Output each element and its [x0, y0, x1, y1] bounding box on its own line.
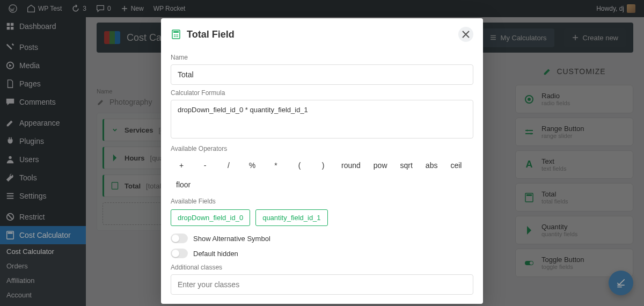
- op-round[interactable]: round: [336, 157, 366, 174]
- op-rparen[interactable]: ): [312, 157, 334, 174]
- formula-input[interactable]: [171, 100, 473, 139]
- op-pow[interactable]: pow: [368, 157, 393, 174]
- op-ceil[interactable]: ceil: [445, 157, 467, 174]
- op-plus[interactable]: +: [171, 157, 192, 174]
- svg-point-26: [174, 34, 175, 35]
- op-minus[interactable]: -: [194, 157, 216, 174]
- fields-row: dropDown_field_id_0 quantity_field_id_1: [171, 209, 473, 226]
- svg-point-28: [177, 34, 178, 35]
- op-abs[interactable]: abs: [420, 157, 443, 174]
- classes-input[interactable]: [171, 274, 473, 295]
- total-field-modal: Total Field Name Calculator Formula Avai…: [161, 18, 483, 304]
- name-label: Name: [171, 54, 473, 61]
- calculator-icon: [171, 29, 181, 40]
- field-chip-quantity[interactable]: quantity_field_id_1: [255, 209, 327, 226]
- svg-point-30: [175, 36, 177, 37]
- fields-label: Available Fields: [171, 198, 473, 205]
- modal-title: Total Field: [187, 29, 235, 40]
- svg-rect-25: [173, 31, 179, 33]
- close-button[interactable]: [458, 27, 473, 42]
- name-input[interactable]: [171, 64, 473, 85]
- svg-point-29: [174, 36, 175, 37]
- svg-point-31: [177, 36, 178, 37]
- op-lparen[interactable]: (: [289, 157, 310, 174]
- op-percent[interactable]: %: [241, 157, 263, 174]
- toggle-alt-symbol[interactable]: [171, 234, 188, 243]
- toggle-hidden-label: Default hidden: [193, 250, 238, 258]
- classes-label: Additional classes: [171, 264, 473, 271]
- field-chip-dropdown[interactable]: dropDown_field_id_0: [171, 209, 250, 226]
- op-divide[interactable]: /: [218, 157, 239, 174]
- svg-point-27: [175, 34, 177, 35]
- modal-overlay[interactable]: Total Field Name Calculator Formula Avai…: [0, 0, 644, 306]
- op-sqrt[interactable]: sqrt: [395, 157, 418, 174]
- toggle-alt-label: Show Alternative Symbol: [193, 235, 270, 243]
- formula-label: Calculator Formula: [171, 89, 473, 97]
- op-multiply[interactable]: *: [265, 157, 287, 174]
- operators-label: Available Operators: [171, 145, 473, 152]
- op-floor[interactable]: floor: [171, 176, 196, 193]
- toggle-default-hidden[interactable]: [171, 249, 188, 258]
- operators-row: + - / % * ( ) round pow sqrt abs ceil fl…: [171, 157, 473, 193]
